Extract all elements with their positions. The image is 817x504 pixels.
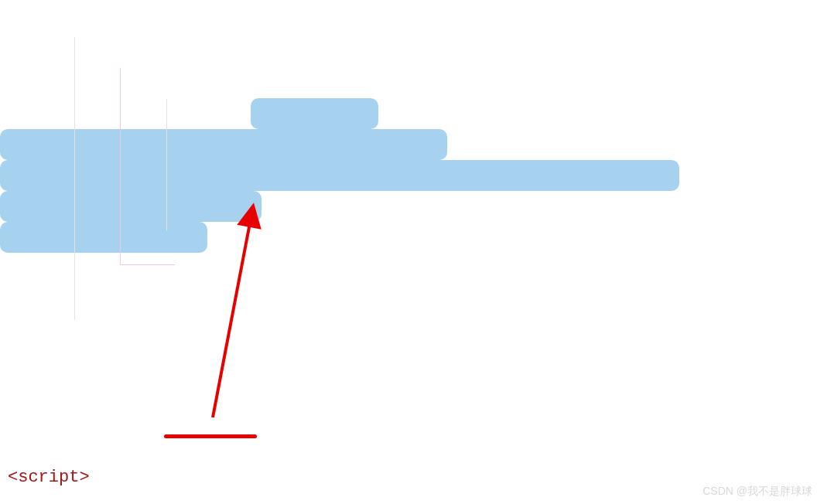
watermark: CSDN @我不是胖球球 [702,482,812,501]
code-block: <script> function foo() { return () => {… [0,0,817,504]
code-line: <script> [8,462,809,493]
annotation-underline [164,434,257,438]
tag-open: <script> [8,468,90,487]
